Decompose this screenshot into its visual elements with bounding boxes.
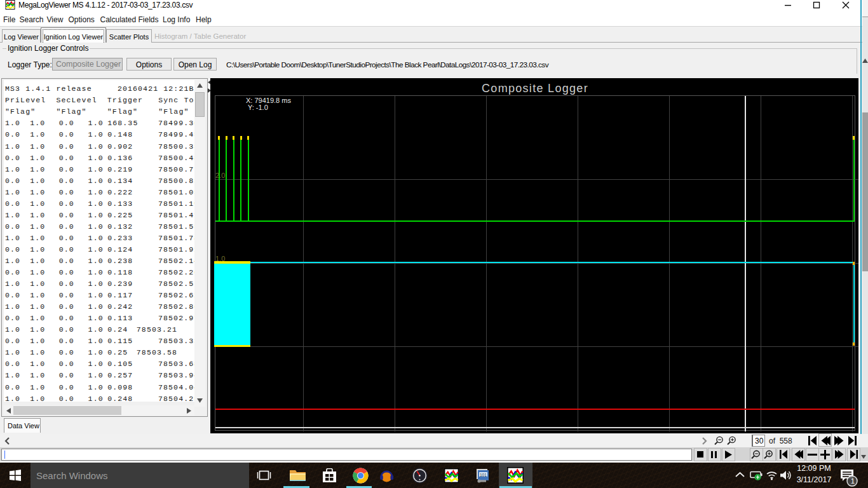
svg-text:1: 1: [851, 477, 855, 485]
svg-text:101: 101: [480, 473, 487, 477]
